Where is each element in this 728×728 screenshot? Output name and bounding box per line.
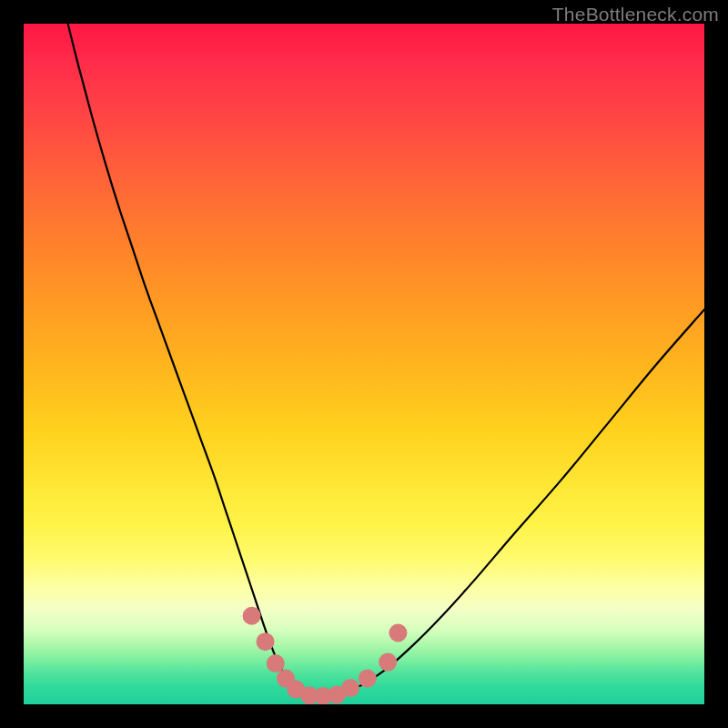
highlight-dot (379, 653, 397, 672)
highlight-dot (359, 670, 377, 688)
highlight-dot (243, 607, 261, 625)
highlight-dot (389, 623, 407, 642)
plot-area (24, 24, 704, 704)
watermark-text: TheBottleneck.com (552, 4, 719, 25)
highlight-dots (243, 607, 408, 704)
markers-layer (24, 24, 704, 704)
highlight-dot (267, 654, 285, 672)
highlight-dot (341, 679, 359, 697)
highlight-dot (257, 632, 275, 651)
chart-stage: TheBottleneck.com (0, 0, 728, 728)
